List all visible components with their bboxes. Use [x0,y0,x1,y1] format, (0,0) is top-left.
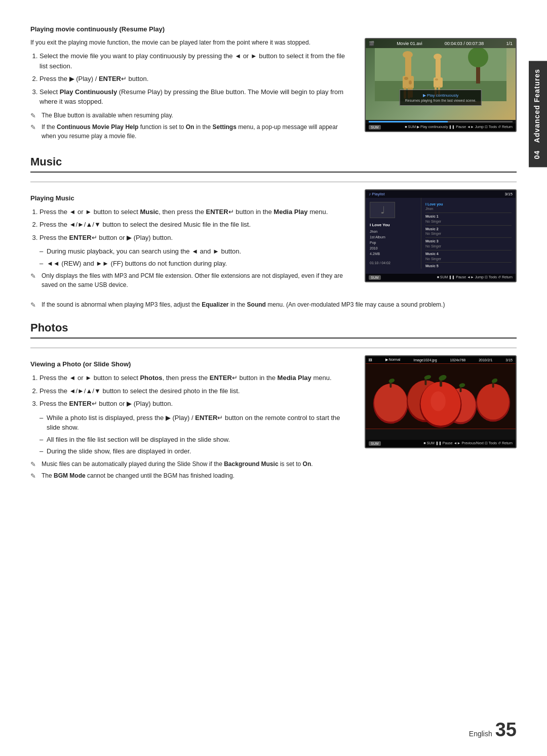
music-bullet-2: ◄◄ (REW) and ►► (FF) buttons do not func… [40,259,353,269]
resume-play-heading: Playing movie continuously (Resume Play) [30,25,517,33]
playing-music-heading: Playing Music [30,194,353,202]
photos-step-2: Press the ◄/►/▲/▼ button to select the d… [40,386,353,396]
music-step-2: Press the ◄/►/▲/▼ button to select the d… [40,220,353,230]
movie-progress-bar-inner [369,121,448,122]
svg-point-32 [477,384,509,419]
music-screen-area: ♪ Playlist 3/15 ♩ I Love You Jhon [366,190,516,281]
resume-step-1: Select the movie file you want to play c… [40,51,353,71]
footer-page-number: 35 [495,719,517,741]
footer: English 35 [0,719,547,741]
photos-step-3: Press the ENTER↵ button or ▶ (Play) butt… [40,399,353,409]
resume-play-content: If you exit the playing movie function, … [30,38,517,143]
music-steps: Press the ◄ or ► button to select Music,… [40,207,353,243]
movie-screen-area: 🎬 Movie 01.avi 00:04:03 / 00:07:38 1/1 [366,39,516,120]
popup-subtitle: Resumes playing from the last viewed sce… [405,99,476,102]
resume-play-section: Playing movie continuously (Resume Play)… [30,25,517,143]
music-album-art: ♩ [370,202,395,218]
photos-bullet-3: During the slide show, files are display… [40,446,353,456]
photo-top-bar: 🖼 ▶ Normal Image1024.jpg 1024x768 2010/2… [366,356,516,363]
music-text: Playing Music Press the ◄ or ► button to… [30,189,353,292]
music-playlist-panel: I Love you Jhon Music 1 No Singer Music … [421,198,516,269]
photos-heading: Photos [30,321,517,339]
svg-point-11 [409,80,412,85]
photo-screen-area: 🖼 ▶ Normal Image1024.jpg 1024x768 2010/2… [366,356,516,447]
playlist-item-1: Music 1 No Singer [425,213,512,226]
photo-mode: ▶ Normal [385,358,401,362]
movie-controls: ■ SUM ▶ Play continuously ❚❚ Pause ◄► Ju… [405,125,513,130]
photo-sum-badge: SUM [369,441,381,446]
music-bullets: During music playback, you can search us… [40,246,353,268]
movie-filename: Movie 01.avi [397,41,422,46]
music-top-bar: ♪ Playlist 3/15 [366,190,516,198]
svg-point-37 [431,391,446,411]
photos-note-1: Music files can be automatically played … [30,459,353,469]
music-controls: ■ SUM ❚❚ Pause ◄► Jump ⊡ Tools ↺ Return [437,275,513,280]
playlist-item-3: Music 3 No Singer [425,238,512,250]
photos-divider [30,348,517,348]
music-details: I Love You Jhon 1st Album Pop 2010 4.2MB [370,222,417,257]
sum-badge: SUM [369,125,381,130]
music-bullet-1: During music playback, you can search us… [40,246,353,257]
resume-play-steps: Select the movie file you want to play c… [40,51,353,107]
resume-note-2: If the Continuous Movie Play Help functi… [30,122,353,141]
svg-point-20 [374,384,407,422]
music-screen: ♪ Playlist 3/15 ♩ I Love You Jhon [365,189,517,292]
movie-timecode: 00:04:03 / 00:07:38 [445,41,484,46]
music-sum-badge: SUM [369,275,381,280]
resume-play-screen: 🎬 Movie 01.avi 00:04:03 / 00:07:38 1/1 [365,38,517,143]
photo-mode-icon: 🖼 [369,358,372,362]
resume-note-1: The Blue button is available when resumi… [30,111,353,120]
music-playlist-icon: ♪ Playlist [369,192,385,196]
current-artist: Jhon [370,229,417,234]
photos-bullet-2: All files in the file list section will … [40,435,353,445]
music-content-block: Playing Music Press the ◄ or ► button to… [30,189,517,292]
current-genre: Pop [370,240,417,245]
svg-point-10 [404,77,408,80]
popup-title: ▶ Play continuously [405,93,476,98]
music-step-1: Press the ◄ or ► button to select Music,… [40,207,353,217]
page-container: 04 Advanced Features Playing movie conti… [0,0,547,756]
movie-top-bar: 🎬 Movie 01.avi 00:04:03 / 00:07:38 1/1 [366,39,516,48]
photo-controls: ■ SUM ❚❚ Pause ◄► Previous/Next ⊡ Tools … [423,441,513,446]
viewing-photo-heading: Viewing a Photo (or Slide Show) [30,360,353,368]
music-content-area: ♩ I Love You Jhon 1st Album Pop 2010 4.2… [366,198,516,269]
current-album: 1st Album [370,234,417,240]
movie-icon: 🎬 [369,41,374,46]
photos-content-block: Viewing a Photo (or Slide Show) Press th… [30,355,517,483]
photo-filename: Image1024.jpg [413,358,437,362]
current-year: 2010 [370,245,417,251]
photo-counter: 3/15 [505,358,513,362]
music-screen-mockup: ♪ Playlist 3/15 ♩ I Love You Jhon [365,189,517,282]
photos-step-1: Press the ◄ or ► button to select Photos… [40,373,353,383]
music-heading: Music [30,155,517,173]
music-info-panel: ♩ I Love You Jhon 1st Album Pop 2010 4.2… [366,198,421,269]
music-counter: 3/15 [504,192,513,196]
movie-popup: ▶ Play continuously Resumes playing from… [400,90,482,106]
movie-screen-mockup: 🎬 Movie 01.avi 00:04:03 / 00:07:38 1/1 [365,38,517,132]
photos-bullet-1: While a photo list is displayed, press t… [40,413,353,433]
svg-point-16 [434,54,442,60]
movie-bottom-bar: SUM ■ SUM ▶ Play continuously ❚❚ Pause ◄… [366,123,516,131]
svg-point-9 [403,51,413,58]
movie-counter: 1/1 [506,41,513,46]
svg-rect-5 [403,76,414,89]
photo-bottom-bar: SUM ■ SUM ❚❚ Pause ◄► Previous/Next ⊡ To… [366,440,516,447]
current-size: 4.2MB [370,251,417,257]
photos-section: Photos Viewing a Photo (or Slide Show) P… [30,321,517,483]
chapter-title: Advanced Features [533,69,541,143]
music-bottom-bar: SUM ■ SUM ❚❚ Pause ◄► Jump ⊡ Tools ↺ Ret… [366,274,516,281]
photo-resolution: 1024x768 [450,358,466,362]
photos-text: Viewing a Photo (or Slide Show) Press th… [30,355,353,483]
photos-note-2: The BGM Mode cannot be changed until the… [30,471,353,480]
resume-play-text: If you exit the playing movie function, … [30,38,353,143]
chapter-number: 04 [533,150,541,159]
playlist-item-0: I Love you Jhon [425,201,512,214]
photo-date: 2010/2/1 [479,358,492,362]
music-note-1: Only displays the files with MP3 and PCM… [30,271,353,289]
chapter-side-tab: 04 Advanced Features [529,61,547,167]
playlist-item-2: Music 2 No Singer [425,226,512,238]
music-section: Music Playing Music Press the ◄ or ► but… [30,155,517,310]
footer-language: English [469,730,492,738]
apple-illustration [366,363,516,429]
resume-step-2: Press the ▶ (Play) / ENTER↵ button. [40,74,353,84]
